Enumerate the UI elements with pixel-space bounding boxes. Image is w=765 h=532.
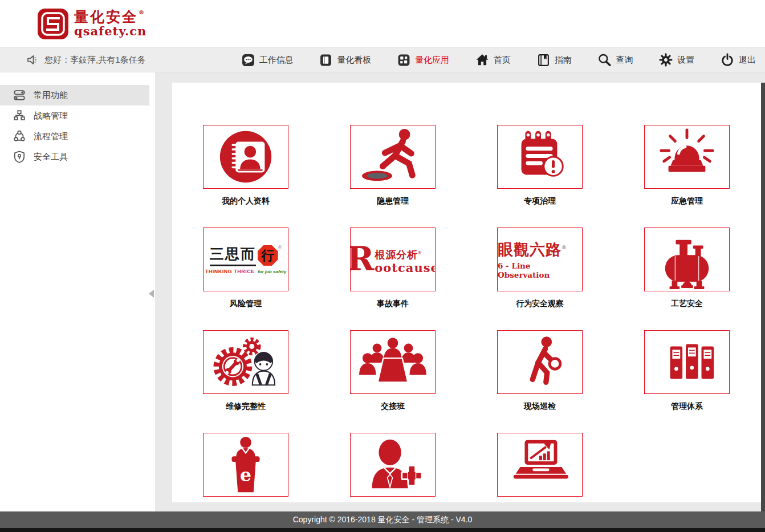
- copyright-text: Copyright © 2016-2018 量化安全 - 管理系统 - V4.0: [293, 515, 473, 525]
- tile-my-profile[interactable]: 我的个人资料: [203, 125, 288, 206]
- sidebar-item-process[interactable]: 流程管理: [0, 126, 149, 147]
- sidebar-item-safety-tools[interactable]: 安全工具: [0, 147, 149, 167]
- greeting-bar: 您好：李鈘萍,共有1条任务: [26, 54, 146, 66]
- search-icon: [597, 53, 611, 67]
- shift-handover-icon: [350, 330, 436, 394]
- tile-add-personnel[interactable]: [350, 433, 436, 497]
- nav-dashboard[interactable]: 量化看板: [319, 54, 371, 67]
- tile-label: 应急管理: [671, 196, 703, 206]
- app-tiles-panel: 我的个人资料: [172, 83, 761, 502]
- address-book-icon: [203, 125, 288, 189]
- apps-grid-icon: [397, 54, 410, 67]
- tile-management-system[interactable]: 管理体系: [644, 330, 730, 412]
- gear-icon: [659, 53, 673, 67]
- nav-label: 量化应用: [415, 55, 449, 66]
- tile-label: 我的个人资料: [222, 196, 270, 206]
- tile-behavior-observation[interactable]: 眼觀六路® 6 - Line Observation 行为安全观察: [497, 228, 583, 309]
- nav-work-info[interactable]: 工作信息: [242, 54, 294, 67]
- sidebar: 常用功能 战略管理 流程管理 安全工具: [0, 72, 155, 511]
- brand-text: 量化安全® qsafety.cn: [74, 10, 147, 37]
- rootcause-logo: R 根源分析® ootcause: [350, 228, 436, 291]
- nav-logout[interactable]: 退出: [721, 53, 756, 67]
- power-icon: [721, 53, 734, 67]
- tile-hidden-danger[interactable]: 隐患管理: [350, 125, 436, 206]
- sidebar-item-common-functions[interactable]: 常用功能: [0, 85, 149, 105]
- home-icon: [475, 53, 489, 67]
- org-chart-icon: [13, 109, 26, 123]
- tile-risk-management[interactable]: 三思而 行 ® THINKING THRICE for job safety 风…: [203, 228, 288, 309]
- sidebar-item-strategy[interactable]: 战略管理: [0, 105, 149, 126]
- sidebar-label: 常用功能: [34, 90, 68, 101]
- tile-label: 风险管理: [230, 299, 262, 309]
- greeting-text: 您好：李鈘萍,共有1条任务: [44, 55, 146, 66]
- six-line-en: 6 - Line Observation: [498, 261, 582, 279]
- tile-label: 交接班: [381, 401, 405, 412]
- tile-e-training[interactable]: e: [203, 433, 288, 497]
- tile-maintenance-integrity[interactable]: 维修完整性: [203, 330, 288, 412]
- nav-label: 退出: [739, 55, 756, 66]
- thinking-thrice-logo: 三思而 行 ® THINKING THRICE for job safety: [203, 228, 288, 291]
- svg-text:e: e: [240, 464, 251, 485]
- e-podium-icon: e: [203, 433, 288, 497]
- tile-incidents[interactable]: R 根源分析® ootcause 事故事件: [350, 228, 436, 309]
- nav-label: 工作信息: [259, 55, 294, 66]
- pressure-vessel-icon: [644, 228, 730, 291]
- registered-mark: ®: [139, 9, 146, 15]
- thinking-thrice-en: THINKING THRICE: [205, 269, 255, 274]
- tile-shift-handover[interactable]: 交接班: [350, 330, 436, 412]
- scrollbar[interactable]: [761, 83, 765, 511]
- app-window: 量化安全® qsafety.cn 您好：李鈘萍,共有1条任务 工作信息: [0, 0, 765, 532]
- rootcause-cn: 根源分析®: [375, 248, 436, 262]
- sidebar-collapse-arrow-icon[interactable]: [149, 290, 154, 298]
- site-inspection-icon: [497, 330, 583, 394]
- six-line-observation-logo: 眼觀六路® 6 - Line Observation: [497, 228, 583, 291]
- speaker-icon: [26, 54, 39, 66]
- sidebar-label: 战略管理: [34, 111, 68, 121]
- header: 量化安全® qsafety.cn: [0, 0, 765, 47]
- qsafety-logo-icon: [38, 9, 68, 39]
- top-navbar: 您好：李鈘萍,共有1条任务 工作信息 量化看板 量化应用: [0, 47, 765, 72]
- brand-logo[interactable]: 量化安全® qsafety.cn: [38, 9, 147, 39]
- tile-emergency[interactable]: 应急管理: [644, 125, 730, 206]
- sidebar-label: 流程管理: [34, 131, 68, 142]
- nav-label: 首页: [494, 55, 511, 66]
- tile-grid: 我的个人资料: [172, 83, 761, 502]
- nav-guide[interactable]: 指南: [537, 54, 572, 67]
- tile-label: 维修完整性: [226, 401, 266, 412]
- brand-domain: qsafety.cn: [74, 25, 147, 38]
- tile-label: 行为安全观察: [516, 299, 564, 309]
- nav-items: 工作信息 量化看板 量化应用 首页: [242, 53, 765, 67]
- tile-special-governance[interactable]: 专项治理: [497, 125, 583, 206]
- six-line-cn: 眼觀六路®: [498, 239, 567, 260]
- nav-label: 查询: [616, 55, 633, 66]
- brand-name-cn: 量化安全®: [74, 10, 147, 25]
- tile-analytics[interactable]: [497, 433, 583, 497]
- notepad-alert-icon: [497, 125, 583, 189]
- nav-home[interactable]: 首页: [475, 53, 511, 67]
- nav-apps[interactable]: 量化应用: [397, 54, 449, 67]
- nav-label: 设置: [677, 55, 694, 66]
- tile-label: 工艺安全: [671, 299, 703, 309]
- bottom-edge: [0, 528, 765, 532]
- thinking-thrice-cn: 三思而: [210, 245, 256, 266]
- chat-icon: [242, 54, 255, 67]
- tile-label: 现场巡检: [524, 401, 556, 412]
- tile-label: 专项治理: [524, 196, 556, 206]
- tile-site-inspection[interactable]: 现场巡检: [497, 330, 583, 412]
- add-person-icon: [350, 433, 436, 497]
- rootcause-en: ootcause: [375, 261, 436, 275]
- sidebar-label: 安全工具: [34, 152, 68, 163]
- tile-label: 事故事件: [377, 299, 409, 309]
- rootcause-initial: R: [350, 243, 374, 275]
- thinking-thrice-tagline: for job safety: [258, 269, 286, 274]
- nav-settings[interactable]: 设置: [659, 53, 694, 67]
- registered-mark: ®: [278, 245, 282, 250]
- nav-label: 指南: [555, 55, 572, 66]
- toggles-icon: [13, 88, 26, 102]
- maintenance-gear-icon: [203, 330, 288, 394]
- nav-search[interactable]: 查询: [597, 53, 633, 67]
- laptop-chart-icon: [497, 433, 583, 497]
- footer: Copyright © 2016-2018 量化安全 - 管理系统 - V4.0: [0, 511, 765, 528]
- tile-process-safety[interactable]: 工艺安全: [644, 228, 730, 309]
- tile-label: 管理体系: [671, 401, 703, 412]
